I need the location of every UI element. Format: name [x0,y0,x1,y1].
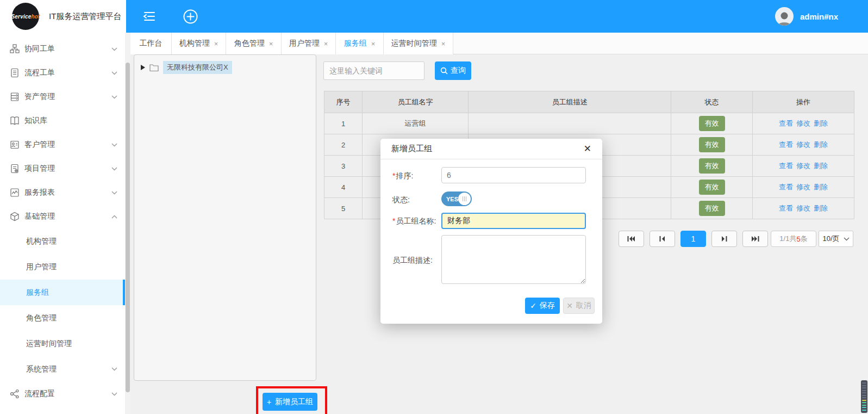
pager-info-suffix: 条 [801,234,808,244]
delete-link[interactable]: 删除 [814,162,828,170]
recorder-widget [861,380,867,413]
edit-link[interactable]: 修改 [796,183,810,191]
chevron-down-icon [111,191,117,195]
view-link[interactable]: 查看 [779,162,793,170]
delete-link[interactable]: 删除 [814,183,828,191]
close-icon[interactable]: × [324,40,328,48]
sidebar-item-customers[interactable]: 客户管理 [0,133,125,157]
pager-page-1-button[interactable]: 1 [680,231,706,247]
tab-label: 服务组 [344,39,367,48]
server-icon [10,92,20,102]
tree-node-label[interactable]: 无限科技有限公司X [163,61,232,74]
delete-link[interactable]: 删除 [814,140,828,149]
cell-no: 1 [324,113,363,134]
sidebar-item-label: 客户管理 [24,140,55,150]
close-icon[interactable]: × [214,40,218,48]
sidebar-subitem-user-management[interactable]: 用户管理 [0,254,125,280]
sidebar-subitem-org-management[interactable]: 机构管理 [0,228,125,254]
sidebar-subitem-operating-time[interactable]: 运营时间管理 [0,331,125,356]
tab-org-management[interactable]: 机构管理× [172,33,226,54]
sidebar-item-assets[interactable]: 资产管理 [0,85,125,109]
edit-link[interactable]: 修改 [796,162,810,170]
chevron-down-icon [111,143,117,147]
sidebar-subitem-service-group[interactable]: 服务组 [0,280,125,305]
search-input[interactable] [323,61,424,80]
status-badge: 有效 [699,180,725,195]
sidebar-item-label: 协同工单 [24,44,55,54]
chevron-down-icon [111,71,117,75]
close-icon[interactable]: × [371,40,376,48]
pager-next-button[interactable] [711,231,737,247]
user-avatar[interactable] [775,7,794,26]
collapse-menu-icon[interactable] [141,8,158,24]
sidebar-item-label: 流程工单 [24,68,55,78]
chevron-down-icon [111,367,117,371]
app-root: Servicehot IT服务运营管理平台 admin#nx 协同工单 流程工单 [0,0,868,414]
add-circle-icon[interactable] [182,8,198,24]
pager-first-button[interactable] [619,231,644,247]
edit-link[interactable]: 修改 [796,140,810,149]
status-toggle[interactable]: YES [441,191,472,206]
close-icon[interactable]: ✕ [584,143,591,155]
close-icon[interactable]: × [269,40,273,48]
sort-input[interactable] [441,167,586,183]
username-label[interactable]: admin#nx [800,12,838,21]
status-field-label: 状态: [392,195,410,205]
toggle-on-label: YES [446,196,458,202]
view-link[interactable]: 查看 [779,119,793,127]
tab-role-management[interactable]: 角色管理× [226,33,282,54]
tab-workbench[interactable]: 工作台 [130,33,172,54]
tree-node: 无限科技有限公司X [134,55,316,74]
cell-no: 5 [324,198,363,219]
cell-status: 有效 [671,134,753,156]
status-badge: 有效 [699,137,725,152]
tab-operating-time[interactable]: 运营时间管理× [384,33,453,54]
edit-link[interactable]: 修改 [796,204,810,212]
sidebar-item-knowledge-base[interactable]: 知识库 [0,109,125,133]
pager-last-button[interactable] [742,231,768,247]
sidebar-subitem-system-management[interactable]: 系统管理 [0,356,125,382]
delete-link[interactable]: 删除 [814,119,828,127]
tab-user-management[interactable]: 用户管理× [282,33,336,54]
cancel-button[interactable]: ✕取消 [563,298,595,314]
servicehot-logo: Servicehot [12,3,39,30]
sidebar-item-collab-orders[interactable]: 协同工单 [0,37,125,61]
sidebar-item-service-reports[interactable]: 服务报表 [0,181,125,205]
page-size-select[interactable]: 10/页 [819,231,853,247]
group-desc-textarea[interactable] [441,235,586,284]
sidebar-item-process-orders[interactable]: 流程工单 [0,61,125,85]
sidebar-item-label: 项目管理 [24,164,55,174]
sort-field-label: *排序: [392,171,413,181]
org-tree-panel: 无限科技有限公司X [134,54,316,381]
sidebar-subitem-label: 机构管理 [26,237,57,246]
query-button[interactable]: 查询 [435,61,471,80]
save-button[interactable]: ✓保存 [525,298,560,314]
book-icon [10,116,20,126]
view-link[interactable]: 查看 [779,140,793,149]
sidebar-item-process-config[interactable]: 流程配置 [0,382,125,406]
sidebar-item-projects[interactable]: 项目管理 [0,157,125,181]
tab-bar: 工作台 机构管理× 角色管理× 用户管理× 服务组× 运营时间管理× [130,33,868,54]
view-link[interactable]: 查看 [779,183,793,191]
tree-expand-icon[interactable] [141,65,145,70]
table-header-row: 序号 员工组名字 员工组描述 状态 操作 [324,91,854,113]
annotation-highlight-box [256,386,327,414]
edit-link[interactable]: 修改 [796,119,810,127]
cell-no: 3 [324,156,363,177]
app-title: IT服务运营管理平台 [49,0,121,33]
pager-prev-button[interactable] [650,231,675,247]
document-icon [10,68,20,78]
sidebar-item-base-management[interactable]: 基础管理 [0,205,125,228]
sidebar-subitem-label: 系统管理 [26,364,57,374]
delete-link[interactable]: 删除 [814,204,828,212]
tab-service-group[interactable]: 服务组× [336,33,384,54]
group-name-input[interactable] [441,213,586,229]
sidebar-subitem-role-management[interactable]: 角色管理 [0,305,125,331]
view-link[interactable]: 查看 [779,204,793,212]
prev-page-icon [659,236,665,242]
brand-area: Servicehot IT服务运营管理平台 [0,0,126,33]
sidebar-scrollbar-thumb[interactable] [126,63,130,392]
close-icon[interactable]: × [441,40,446,48]
pager-info-prefix: 1/1共 [779,234,796,244]
search-icon [440,67,448,75]
